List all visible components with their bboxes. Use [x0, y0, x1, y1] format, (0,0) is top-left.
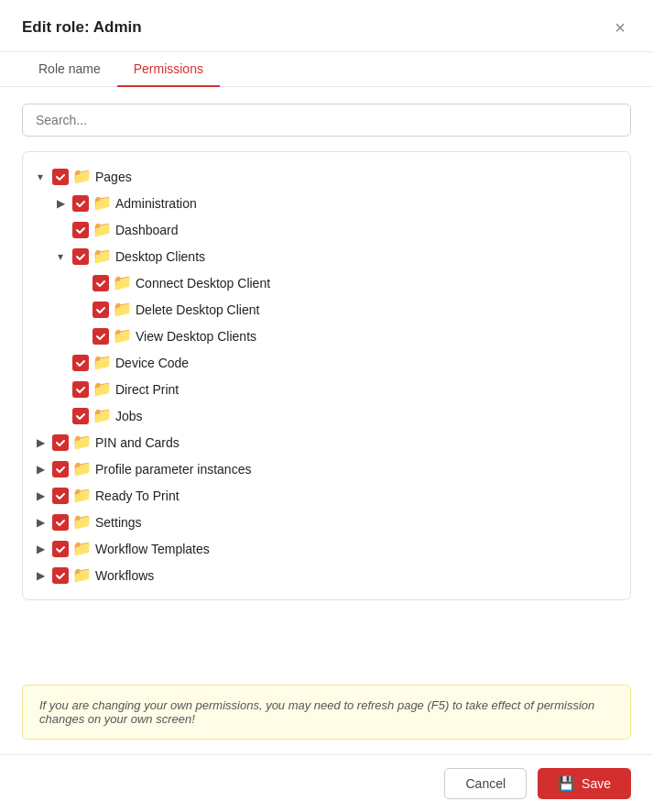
tree-item-connect-desktop-client: ▶ 📁 Connect Desktop Client	[32, 269, 621, 296]
label-workflows: Workflows	[95, 568, 154, 583]
modal-footer: Cancel 💾 Save	[0, 754, 653, 812]
tree-item-settings: ▶ 📁 Settings	[32, 509, 621, 535]
folder-icon-view-dc: 📁	[113, 326, 132, 346]
label-connect-dc: Connect Desktop Client	[136, 276, 270, 291]
modal-title: Edit role: Admin	[22, 18, 142, 37]
toggle-workflows[interactable]: ▶	[32, 567, 49, 584]
label-settings: Settings	[95, 515, 142, 530]
tree-item-device-code: ▶ 📁 Device Code	[32, 349, 621, 376]
modal-body: ▾ 📁 Pages ▶ 📁 Administration ▶	[0, 87, 653, 670]
folder-icon-profile-param: 📁	[72, 459, 92, 478]
permissions-tree: ▾ 📁 Pages ▶ 📁 Administration ▶	[22, 151, 631, 600]
checkbox-settings[interactable]	[52, 514, 69, 531]
label-ready-to-print: Ready To Print	[95, 488, 180, 503]
tree-item-profile-param: ▶ 📁 Profile parameter instances	[32, 455, 621, 482]
label-view-dc: View Desktop Clients	[136, 329, 256, 344]
tree-item-view-desktop-clients: ▶ 📁 View Desktop Clients	[32, 323, 621, 349]
checkbox-direct-print[interactable]	[72, 381, 89, 398]
checkbox-workflows[interactable]	[52, 567, 69, 584]
checkbox-administration[interactable]	[72, 195, 89, 212]
checkbox-delete-dc[interactable]	[93, 302, 109, 318]
checkbox-desktop-clients[interactable]	[72, 248, 89, 265]
save-icon: 💾	[558, 775, 575, 792]
checkbox-ready-to-print[interactable]	[52, 488, 69, 504]
tree-item-direct-print: ▶ 📁 Direct Print	[32, 376, 621, 402]
toggle-administration[interactable]: ▶	[52, 195, 69, 212]
checkbox-jobs[interactable]	[72, 408, 89, 424]
search-input[interactable]	[22, 104, 631, 137]
label-pages: Pages	[95, 170, 132, 184]
label-direct-print: Direct Print	[115, 382, 179, 397]
label-profile-param: Profile parameter instances	[95, 462, 251, 477]
toggle-pin-cards[interactable]: ▶	[32, 434, 49, 451]
folder-icon-ready-to-print: 📁	[72, 486, 92, 505]
close-button[interactable]: ×	[609, 16, 631, 38]
tree-item-delete-desktop-client: ▶ 📁 Delete Desktop Client	[32, 296, 621, 323]
tree-item-pin-cards: ▶ 📁 PIN and Cards	[32, 429, 621, 455]
folder-icon-workflows: 📁	[72, 565, 92, 585]
label-administration: Administration	[115, 196, 197, 211]
toggle-pages[interactable]: ▾	[32, 169, 49, 185]
tree-item-dashboard: ▶ 📁 Dashboard	[32, 216, 621, 243]
checkbox-pages[interactable]	[52, 169, 69, 185]
toggle-workflow-templates[interactable]: ▶	[32, 541, 49, 557]
checkbox-view-dc[interactable]	[93, 328, 109, 345]
notice-box: If you are changing your own permissions…	[22, 685, 631, 740]
tree-item-administration: ▶ 📁 Administration	[32, 190, 621, 216]
label-delete-dc: Delete Desktop Client	[136, 302, 259, 317]
toggle-ready-to-print[interactable]: ▶	[32, 488, 49, 504]
folder-icon-jobs: 📁	[93, 406, 112, 425]
tab-role-name[interactable]: Role name	[22, 52, 117, 87]
toggle-profile-param[interactable]: ▶	[32, 461, 49, 477]
folder-icon-pin-cards: 📁	[72, 433, 92, 452]
tree-item-pages: ▾ 📁 Pages	[32, 163, 621, 190]
save-label: Save	[582, 776, 611, 791]
checkbox-profile-param[interactable]	[52, 461, 69, 477]
notice-text: If you are changing your own permissions…	[39, 698, 594, 726]
tree-item-workflows: ▶ 📁 Workflows	[32, 562, 621, 588]
tree-item-jobs: ▶ 📁 Jobs	[32, 402, 621, 429]
modal-header: Edit role: Admin ×	[0, 0, 653, 52]
checkbox-device-code[interactable]	[72, 355, 89, 371]
label-jobs: Jobs	[115, 409, 143, 423]
checkbox-pin-cards[interactable]	[52, 434, 69, 451]
label-workflow-templates: Workflow Templates	[95, 542, 210, 556]
tab-permissions[interactable]: Permissions	[117, 52, 220, 87]
folder-icon-desktop-clients: 📁	[93, 247, 112, 266]
folder-icon-delete-dc: 📁	[113, 300, 132, 319]
folder-icon-workflow-templates: 📁	[72, 539, 92, 558]
tree-item-desktop-clients: ▾ 📁 Desktop Clients	[32, 243, 621, 269]
tabs-bar: Role name Permissions	[0, 52, 653, 87]
checkbox-connect-dc[interactable]	[93, 275, 109, 291]
label-device-code: Device Code	[115, 356, 189, 370]
modal: Edit role: Admin × Role name Permissions…	[0, 0, 653, 812]
checkbox-dashboard[interactable]	[72, 222, 89, 238]
label-desktop-clients: Desktop Clients	[115, 249, 205, 264]
folder-icon-device-code: 📁	[93, 353, 112, 372]
folder-icon-dashboard: 📁	[93, 220, 112, 239]
folder-icon-administration: 📁	[93, 193, 112, 213]
toggle-desktop-clients[interactable]: ▾	[52, 248, 69, 265]
save-button[interactable]: 💾 Save	[538, 768, 631, 799]
label-pin-cards: PIN and Cards	[95, 435, 180, 450]
folder-icon-settings: 📁	[72, 512, 92, 532]
checkbox-workflow-templates[interactable]	[52, 541, 69, 557]
folder-icon-direct-print: 📁	[93, 379, 112, 399]
folder-icon-connect-dc: 📁	[113, 273, 132, 292]
toggle-settings[interactable]: ▶	[32, 514, 49, 531]
tree-item-workflow-templates: ▶ 📁 Workflow Templates	[32, 535, 621, 562]
cancel-button[interactable]: Cancel	[444, 768, 527, 799]
folder-icon-pages: 📁	[72, 167, 92, 186]
label-dashboard: Dashboard	[115, 223, 179, 237]
tree-item-ready-to-print: ▶ 📁 Ready To Print	[32, 482, 621, 509]
